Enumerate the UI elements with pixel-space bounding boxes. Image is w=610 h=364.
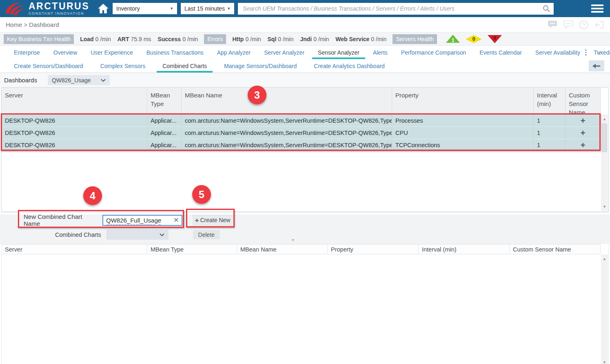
tabs-chevron-down-icon[interactable] — [597, 51, 602, 54]
column-header-mbean-name[interactable]: MBean Name — [182, 88, 392, 117]
subtab-combined-charts[interactable]: Combined Charts — [160, 59, 209, 73]
search-input[interactable] — [237, 2, 554, 15]
tab-user-experience[interactable]: User Experience — [88, 46, 135, 59]
inventory-select-value: Inventory — [116, 5, 140, 12]
dashboards-row: Dashboards QW826_Usage — [0, 73, 610, 87]
metric-load: Load0 /min — [80, 36, 111, 42]
tab-enterprise[interactable]: Enterprise — [11, 46, 42, 59]
dashboards-select[interactable]: QW826_Usage — [48, 75, 110, 85]
tab-performance-comparison[interactable]: Performance Comparison — [399, 46, 469, 59]
kebab-menu-icon[interactable]: ⋮ — [582, 49, 589, 56]
chevron-down-icon: ▼ — [170, 7, 173, 11]
metric-value: 0 /min — [182, 36, 198, 42]
tab-alerts[interactable]: Alerts — [370, 46, 390, 59]
chat-outline-icon[interactable] — [563, 20, 574, 29]
error-metrics: Http0 /minSql0 /minJndi0 /minWeb Service… — [232, 36, 386, 42]
combined-chart-table-body — [2, 254, 608, 364]
combined-table-scrollbar[interactable]: ▲ ▼ — [601, 254, 608, 364]
chat-filled-icon[interactable] — [547, 20, 558, 29]
metric-label: ART — [118, 36, 129, 42]
logout-icon[interactable] — [594, 20, 604, 30]
combined-column-header-mbean-type[interactable]: MBean Type — [147, 245, 237, 254]
metric-art: ART75.9 ms — [118, 36, 151, 42]
tab-sensor-analyzer[interactable]: Sensor Analyzer — [315, 46, 362, 59]
health-warn-icon[interactable]: 0 — [465, 35, 482, 44]
time-range-select[interactable]: Last 15 minutes ▼ — [180, 2, 235, 15]
combined-column-header-custom-sensor-name[interactable]: Custom Sensor Name — [510, 245, 601, 254]
combined-column-header-property[interactable]: Property — [328, 245, 419, 254]
search-icon[interactable] — [542, 4, 550, 14]
column-header-interval-min[interactable]: Interval (min) — [534, 88, 566, 117]
metric-label: Http — [232, 36, 244, 42]
metric-label: Jndi — [300, 36, 312, 42]
tab-business-transactions[interactable]: Business Transactions — [144, 46, 206, 59]
combined-charts-select-chevron-icon — [160, 233, 164, 236]
metric-label: Load — [80, 36, 93, 42]
subtab-complex-sensors[interactable]: Complex Sensors — [98, 59, 148, 73]
hamburger-menu-icon[interactable] — [591, 4, 603, 13]
panel-splitter-handle[interactable]: ▾ — [288, 238, 298, 241]
brand-logo[interactable]: ARCTURUS CONSTANT INNOVATION — [0, 1, 89, 16]
svg-text:?: ? — [582, 22, 586, 28]
scrollbar-thumb[interactable] — [602, 124, 607, 152]
annotation-box-name-input — [18, 210, 184, 228]
back-button[interactable] — [589, 60, 604, 71]
combined-column-header-server[interactable]: Server — [2, 245, 147, 254]
metric-label: Sql — [268, 36, 277, 42]
dashboards-select-value: QW826_Usage — [52, 77, 91, 84]
delete-button[interactable]: Delete — [193, 230, 220, 239]
tab-overview[interactable]: Overview — [51, 46, 80, 59]
tab-server-availability[interactable]: Server Availability — [533, 46, 583, 59]
scroll-up-icon[interactable]: ▲ — [601, 116, 608, 122]
help-icon[interactable]: ? — [579, 20, 589, 30]
annotation-box-create-button — [186, 209, 235, 227]
column-header-property[interactable]: Property — [392, 88, 534, 117]
sensor-table-scrollbar[interactable]: ▲ ▼ — [601, 115, 608, 211]
subtab-create-analytics-dashboard[interactable]: Create Analytics Dashboard — [311, 59, 387, 73]
tab-events-calendar[interactable]: Events Calendar — [477, 46, 524, 59]
svg-text:0: 0 — [472, 36, 475, 42]
servers-health-badge[interactable]: Servers Health — [393, 34, 437, 44]
combined-column-header-mbean-name[interactable]: MBean Name — [237, 245, 328, 254]
scroll-down-icon[interactable]: ▼ — [601, 360, 608, 364]
health-up-icon[interactable]: 1 — [446, 34, 460, 44]
svg-text:1: 1 — [452, 38, 455, 43]
inventory-select[interactable]: Inventory ▼ — [112, 2, 177, 15]
scroll-up-icon[interactable]: ▲ — [601, 256, 608, 262]
metric-http: Http0 /min — [232, 36, 261, 42]
subtab-create-sensors-dashboard[interactable]: Create Sensors/Dashboard — [11, 59, 86, 73]
primary-tab-row: EnterpriseOverviewUser ExperienceBusines… — [0, 46, 610, 59]
scroll-down-icon[interactable]: ▼ — [601, 204, 608, 210]
global-search — [237, 2, 554, 15]
column-header-custom-sensor-name[interactable]: Custom Sensor Name — [566, 88, 601, 117]
metric-value: 75.9 ms — [131, 36, 151, 42]
key-business-txn-health-badge[interactable]: Key Business Txn Health — [4, 34, 74, 44]
annotation-step-4: 4 — [83, 186, 102, 205]
home-icon[interactable] — [97, 3, 110, 14]
health-down-icon[interactable]: 0 — [487, 35, 502, 44]
status-bar: Key Business Txn Health Load0 /minART75.… — [0, 33, 610, 46]
combined-charts-row: Combined Charts Delete — [0, 230, 610, 239]
svg-text:0: 0 — [494, 35, 496, 40]
metric-value: 0 /min — [313, 36, 329, 42]
time-range-value: Last 15 minutes — [184, 5, 225, 12]
txn-metrics: Load0 /minART75.9 msSuccess0 /min — [80, 36, 198, 42]
column-header-mbean-type[interactable]: MBean Type — [147, 88, 182, 117]
subtab-manage-sensors-dashboard[interactable]: Manage Sensors/Dashboard — [222, 59, 299, 73]
annotation-step-3: 3 — [248, 86, 266, 104]
chevron-down-icon: ▼ — [227, 7, 231, 11]
column-header-server[interactable]: Server — [2, 88, 147, 117]
combined-charts-label: Combined Charts — [55, 232, 101, 238]
annotation-box-selected-rows — [1, 113, 601, 151]
metric-value: 0 /min — [95, 36, 111, 42]
breadcrumb[interactable]: Home > Dashboard — [6, 21, 59, 28]
errors-badge[interactable]: Errors — [204, 34, 226, 44]
dashboards-select-chevron-icon — [101, 79, 106, 82]
combined-charts-select[interactable] — [106, 229, 169, 240]
metric-label: Success — [157, 36, 181, 42]
top-navbar: ARCTURUS CONSTANT INNOVATION Inventory ▼… — [0, 0, 610, 17]
secondary-tab-row: Create Sensors/DashboardComplex SensorsC… — [0, 59, 610, 73]
tab-server-analyzer[interactable]: Server Analyzer — [262, 46, 307, 59]
tab-app-analyzer[interactable]: App Analyzer — [215, 46, 253, 59]
combined-column-header-interval-min[interactable]: Interval (min) — [419, 245, 510, 254]
